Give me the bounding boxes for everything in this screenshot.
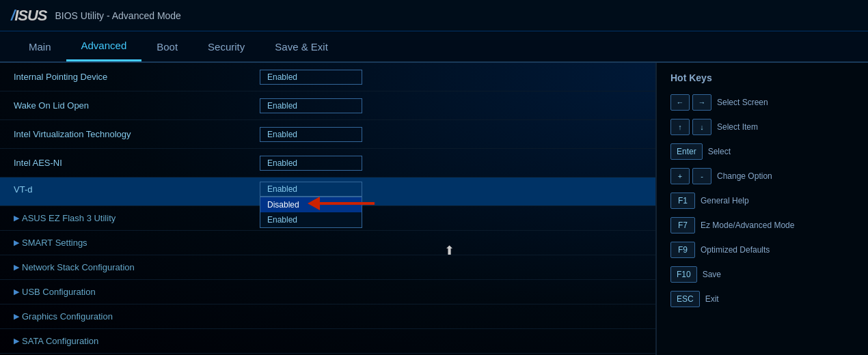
key-esc: ESC: [670, 291, 700, 307]
key-minus: -: [692, 168, 711, 184]
key-up-arrow: ↑: [670, 119, 690, 135]
row-intel-aes[interactable]: Intel AES-NI Enabled: [0, 149, 655, 178]
header-bar: /ISUS BIOS Utility - Advanced Mode: [0, 0, 868, 31]
hotkey-desc-enter: Select: [708, 147, 731, 156]
key-f10: F10: [670, 266, 697, 283]
hotkey-select-item: ↑ ↓ Select Item: [670, 119, 854, 135]
key-down-arrow: ↓: [692, 119, 711, 135]
hotkey-f1: F1 General Help: [670, 193, 854, 209]
asus-logo: /ISUS: [11, 7, 46, 25]
row-intel-vt[interactable]: Intel Virtualization Technology Enabled: [0, 120, 655, 149]
value-intel-aes[interactable]: Enabled: [260, 156, 362, 171]
submenu-usb-config[interactable]: ▶ USB Configuration: [0, 280, 655, 304]
main-layout: Internal Pointing Device Enabled Wake On…: [0, 63, 868, 355]
hotkey-keys-select-item: ↑ ↓: [670, 119, 711, 135]
left-panel: Internal Pointing Device Enabled Wake On…: [0, 63, 656, 355]
hotkey-desc-select-screen: Select Screen: [717, 98, 768, 107]
submenu-arrow-sata: ▶: [14, 337, 19, 345]
key-left-arrow: ←: [670, 94, 690, 111]
label-internal-pointing-device: Internal Pointing Device: [14, 72, 260, 82]
submenu-label-smart: SMART Settings: [22, 238, 87, 248]
hotkey-desc-f7: Ez Mode/Advanced Mode: [701, 221, 794, 230]
hotkey-desc-change-option: Change Option: [717, 171, 772, 181]
hotkey-keys-select-screen: ← →: [670, 94, 711, 111]
key-f7: F7: [670, 217, 695, 233]
mouse-cursor: ⬆: [444, 243, 455, 258]
submenu-label-ez-flash: ASUS EZ Flash 3 Utility: [22, 213, 116, 223]
label-intel-vt: Intel Virtualization Technology: [14, 129, 260, 139]
value-internal-pointing-device[interactable]: Enabled: [260, 70, 362, 85]
row-wake-on-lid[interactable]: Wake On Lid Open Enabled: [0, 91, 655, 120]
key-f9: F9: [670, 242, 695, 258]
submenu-label-network: Network Stack Configuration: [22, 262, 135, 272]
submenu-arrow-usb: ▶: [14, 287, 19, 296]
hotkey-desc-f9: Optimized Defaults: [701, 245, 770, 255]
vtd-dropdown-container: Enabled Disabled Enabled: [260, 182, 362, 197]
nav-boot[interactable]: Boot: [141, 33, 193, 61]
submenu-label-graphics: Graphics Configuration: [22, 311, 113, 322]
submenu-graphics-config[interactable]: ▶ Graphics Configuration: [0, 304, 655, 329]
hotkey-change-option: + - Change Option: [670, 168, 854, 184]
hotkey-esc: ESC Exit: [670, 291, 854, 307]
hotkey-f10: F10 Save: [670, 266, 854, 283]
nav-advanced[interactable]: Advanced: [66, 31, 142, 61]
hotkey-desc-f1: General Help: [701, 196, 749, 205]
hotkey-f9: F9 Optimized Defaults: [670, 242, 854, 258]
hotkey-keys-change-option: + -: [670, 168, 711, 184]
nav-bar: Main Advanced Boot Security Save & Exit: [0, 31, 868, 63]
submenu-label-usb: USB Configuration: [22, 287, 96, 297]
value-vtd[interactable]: Enabled: [260, 182, 362, 197]
submenu-label-sata: SATA Configuration: [22, 336, 98, 346]
nav-security[interactable]: Security: [193, 33, 260, 61]
arrow-line: [320, 202, 375, 205]
value-intel-vt[interactable]: Enabled: [260, 127, 362, 142]
hotkey-f7: F7 Ez Mode/Advanced Mode: [670, 217, 854, 233]
hotkey-select-screen: ← → Select Screen: [670, 94, 854, 111]
key-f1: F1: [670, 193, 695, 209]
hotkey-desc-f10: Save: [703, 270, 721, 279]
label-intel-aes: Intel AES-NI: [14, 158, 260, 168]
red-arrow-indicator: [308, 197, 375, 210]
nav-main[interactable]: Main: [14, 33, 66, 61]
submenu-arrow-smart: ▶: [14, 238, 19, 247]
label-wake-on-lid: Wake On Lid Open: [14, 100, 260, 111]
submenu-arrow-ez-flash: ▶: [14, 214, 19, 223]
nav-save-exit[interactable]: Save & Exit: [260, 33, 343, 61]
right-panel: Hot Keys ← → Select Screen ↑ ↓ Select It…: [656, 63, 868, 355]
value-wake-on-lid[interactable]: Enabled: [260, 98, 362, 113]
label-vtd: VT-d: [14, 182, 260, 195]
submenu-smart-settings[interactable]: ▶ SMART Settings: [0, 231, 655, 255]
submenu-network-stack[interactable]: ▶ Network Stack Configuration: [0, 255, 655, 280]
submenu-arrow-graphics: ▶: [14, 312, 19, 321]
hotkey-desc-select-item: Select Item: [717, 122, 758, 132]
submenu-arrow-network: ▶: [14, 263, 19, 272]
hotkeys-title: Hot Keys: [670, 72, 854, 83]
hotkey-desc-esc: Exit: [705, 294, 719, 304]
header-title: BIOS Utility - Advanced Mode: [55, 10, 180, 21]
key-enter: Enter: [670, 143, 703, 160]
hotkey-enter: Enter Select: [670, 143, 854, 160]
row-vtd[interactable]: VT-d Enabled Disabled Enabled: [0, 178, 655, 206]
main-content: /ISUS BIOS Utility - Advanced Mode Main …: [0, 0, 868, 355]
row-internal-pointing-device[interactable]: Internal Pointing Device Enabled: [0, 63, 655, 91]
key-plus: +: [670, 168, 690, 184]
key-right-arrow: →: [692, 94, 711, 111]
submenu-sata-config[interactable]: ▶ SATA Configuration: [0, 329, 655, 354]
arrow-head: [308, 197, 320, 210]
dropdown-option-enabled[interactable]: Enabled: [260, 212, 362, 227]
